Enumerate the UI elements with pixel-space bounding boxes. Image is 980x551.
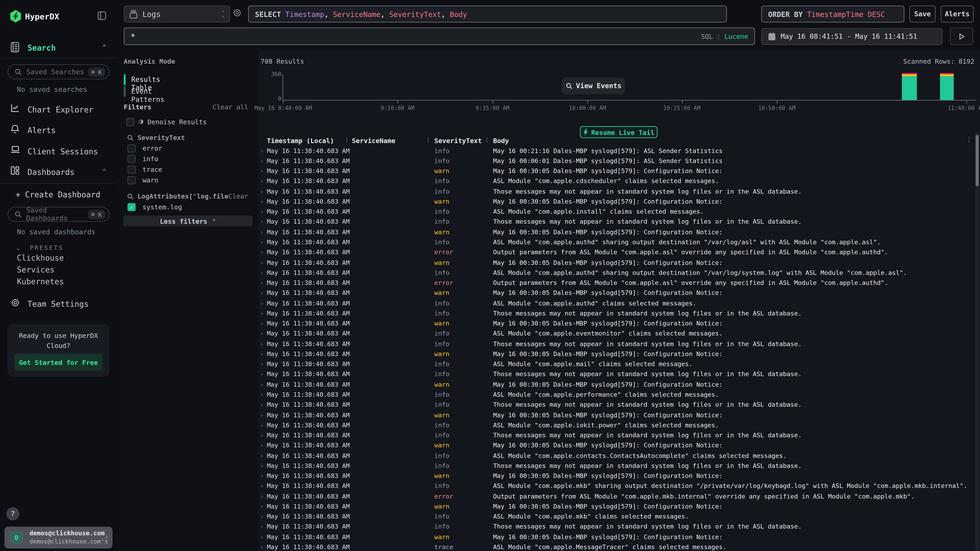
column-resize-handle[interactable]: ⁞ — [345, 137, 347, 144]
row-expand-icon[interactable]: › — [258, 493, 267, 500]
system-log-checkbox[interactable]: ✓ — [127, 203, 135, 211]
row-expand-icon[interactable]: › — [258, 300, 267, 306]
search-query-input[interactable]: * SQL | Lucene — [124, 27, 755, 45]
row-expand-icon[interactable]: › — [258, 178, 267, 185]
severity-checkbox-error[interactable] — [127, 144, 135, 152]
table-row[interactable]: ›May 16 11:38:40.683 AMwarnMay 16 00:30:… — [258, 166, 975, 176]
row-expand-icon[interactable]: › — [258, 483, 267, 489]
row-expand-icon[interactable]: › — [258, 371, 267, 378]
save-button[interactable]: Save — [909, 6, 936, 23]
severity-checkbox-info[interactable] — [127, 155, 135, 163]
column-header-body[interactable]: Body — [493, 137, 509, 144]
saved-dashboards-input[interactable]: Saved Dashboards ⌘ K — [8, 207, 110, 222]
row-expand-icon[interactable]: › — [258, 513, 267, 520]
date-range-picker[interactable]: May 16 08:41:51 - May 16 11:41:51 — [761, 28, 943, 45]
row-expand-icon[interactable]: › — [258, 249, 267, 256]
row-expand-icon[interactable]: › — [258, 543, 267, 550]
row-expand-icon[interactable]: › — [258, 442, 267, 449]
sidebar-item-search[interactable]: Search ⌃ — [0, 41, 118, 56]
row-expand-icon[interactable]: › — [258, 208, 267, 215]
user-menu[interactable]: D demos@clickhouse.com demos@clickhouse.… — [4, 527, 113, 549]
table-row[interactable]: ›May 16 11:38:40.683 AMinfoASL Module "c… — [258, 389, 975, 400]
table-row[interactable]: ›May 16 11:38:40.683 AMwarnMay 16 00:30:… — [258, 349, 975, 359]
table-row[interactable]: ›May 16 11:38:40.683 AMwarnMay 16 00:30:… — [258, 379, 975, 389]
run-query-button[interactable] — [950, 27, 973, 45]
row-expand-icon[interactable]: › — [258, 523, 267, 530]
row-expand-icon[interactable]: › — [258, 259, 267, 266]
severity-option-label[interactable]: error — [143, 144, 162, 152]
table-row[interactable]: ›May 16 11:38:40.683 AMtraceASL Module "… — [258, 542, 975, 551]
row-expand-icon[interactable]: › — [258, 168, 267, 175]
table-row[interactable]: ›May 16 11:38:40.683 AMinfoASL Module "c… — [258, 298, 975, 308]
column-header-timestamp[interactable]: Timestamp (Local) — [267, 137, 334, 144]
row-expand-icon[interactable]: › — [258, 188, 267, 195]
table-row[interactable]: ›May 16 11:38:40.683 AMwarnMay 16 00:30:… — [258, 318, 975, 329]
row-expand-icon[interactable]: › — [258, 218, 267, 225]
table-row[interactable]: ›May 16 11:38:40.683 AMinfoThose message… — [258, 308, 975, 318]
table-row[interactable]: ›May 16 11:38:40.683 AMinfoASL Module "c… — [258, 206, 975, 217]
sidebar-item-alerts[interactable]: Alerts — [0, 123, 118, 138]
create-dashboard-button[interactable]: + Create Dashboard — [16, 190, 100, 199]
sidebar-item-client-sessions[interactable]: Client Sessions — [0, 144, 118, 159]
histogram-bar[interactable] — [902, 73, 917, 100]
table-row[interactable]: ›May 16 11:38:40.683 AMerrorOutput param… — [258, 491, 975, 501]
saved-searches-input[interactable]: Saved Searches ⌘ K — [8, 64, 110, 79]
row-expand-icon[interactable]: › — [258, 360, 267, 368]
table-row[interactable]: ›May 16 11:38:40.683 AMerrorOutput param… — [258, 278, 975, 288]
row-expand-icon[interactable]: › — [258, 279, 267, 286]
table-row[interactable]: ›May 16 11:38:40.683 AMinfoThose message… — [258, 460, 975, 471]
table-row[interactable]: ›May 16 11:38:40.683 AMinfoASL Module "c… — [258, 176, 975, 186]
resume-live-tail-button[interactable]: Resume Live Tail — [580, 126, 658, 138]
log-attributes-clear-button[interactable]: Clear — [229, 192, 248, 200]
severity-checkbox-trace[interactable] — [127, 165, 135, 174]
table-row[interactable]: ›May 16 11:38:40.683 AMinfoThose message… — [258, 430, 975, 440]
select-query-input[interactable]: SELECT Timestamp, ServiceName, SeverityT… — [248, 6, 727, 23]
severity-option-label[interactable]: trace — [143, 165, 162, 173]
sidebar-item-dashboards[interactable]: Dashboards ⌃ — [0, 165, 118, 180]
preset-item-services[interactable]: Services — [17, 265, 54, 274]
search-icon[interactable] — [127, 193, 134, 200]
table-row[interactable]: ›May 16 11:38:40.683 AMwarnMay 16 00:30:… — [258, 196, 975, 206]
lucene-mode-toggle[interactable]: Lucene — [724, 32, 748, 40]
table-row[interactable]: ›May 16 11:38:40.683 AMinfoASL Module "c… — [258, 268, 975, 278]
table-options-icon[interactable]: ⋮ — [966, 135, 973, 144]
row-expand-icon[interactable]: › — [258, 289, 267, 296]
row-expand-icon[interactable]: › — [258, 401, 267, 408]
row-expand-icon[interactable]: › — [258, 269, 267, 276]
severity-option-label[interactable]: warn — [143, 176, 158, 184]
row-expand-icon[interactable]: › — [258, 422, 267, 429]
row-expand-icon[interactable]: › — [258, 238, 267, 246]
system-log-label[interactable]: system.log — [143, 203, 182, 211]
table-row[interactable]: ›May 16 11:38:40.683 AMinfoASL Module "c… — [258, 329, 975, 339]
less-filters-button[interactable]: Less filters ⌃ — [123, 216, 253, 226]
row-expand-icon[interactable]: › — [258, 503, 267, 510]
row-expand-icon[interactable]: › — [258, 147, 267, 154]
order-by-input[interactable]: ORDER BY TimestampTime DESC — [761, 6, 904, 23]
sidebar-item-team-settings[interactable]: Team Settings — [0, 297, 118, 311]
table-row[interactable]: ›May 16 11:38:40.683 AMinfoThose message… — [258, 338, 975, 349]
presets-toggle[interactable]: ⌄ PRESETS — [16, 241, 64, 252]
chevron-up-icon[interactable]: ⌃ — [102, 167, 106, 176]
column-header-servicename[interactable]: ServiceName — [352, 137, 395, 144]
chevron-up-icon[interactable]: ⌃ — [102, 43, 106, 51]
alerts-button[interactable]: Alerts — [940, 6, 974, 23]
row-expand-icon[interactable]: › — [258, 462, 267, 469]
table-row[interactable]: ›May 16 11:38:40.683 AMwarnMay 16 00:30:… — [258, 440, 975, 450]
table-row[interactable]: ›May 16 11:38:40.683 AMwarnMay 16 00:30:… — [258, 501, 975, 511]
preset-item-kubernetes[interactable]: Kubernetes — [17, 277, 64, 286]
row-expand-icon[interactable]: › — [258, 340, 267, 347]
vertical-scrollbar[interactable] — [975, 132, 979, 551]
row-expand-icon[interactable]: › — [258, 533, 267, 540]
table-row[interactable]: ›May 16 11:38:40.683 AMwarnMay 16 00:30:… — [258, 227, 975, 237]
table-row[interactable]: ›May 16 11:38:40.683 AMwarnMay 16 00:30:… — [258, 288, 975, 298]
table-row[interactable]: ›May 16 11:38:40.683 AMinfoASL Module "c… — [258, 481, 975, 491]
row-expand-icon[interactable]: › — [258, 472, 267, 480]
denoise-checkbox[interactable] — [126, 118, 134, 126]
row-expand-icon[interactable]: › — [258, 452, 267, 459]
sidebar-item-chart-explorer[interactable]: Chart Explorer — [0, 102, 118, 118]
severity-checkbox-warn[interactable] — [127, 176, 135, 184]
severity-option-label[interactable]: info — [143, 155, 158, 162]
get-started-button[interactable]: Get Started for Free — [14, 354, 102, 371]
table-row[interactable]: ›May 16 11:38:40.683 AMinfoMay 16 00:21:… — [258, 146, 975, 156]
help-button[interactable]: ? — [6, 507, 19, 520]
